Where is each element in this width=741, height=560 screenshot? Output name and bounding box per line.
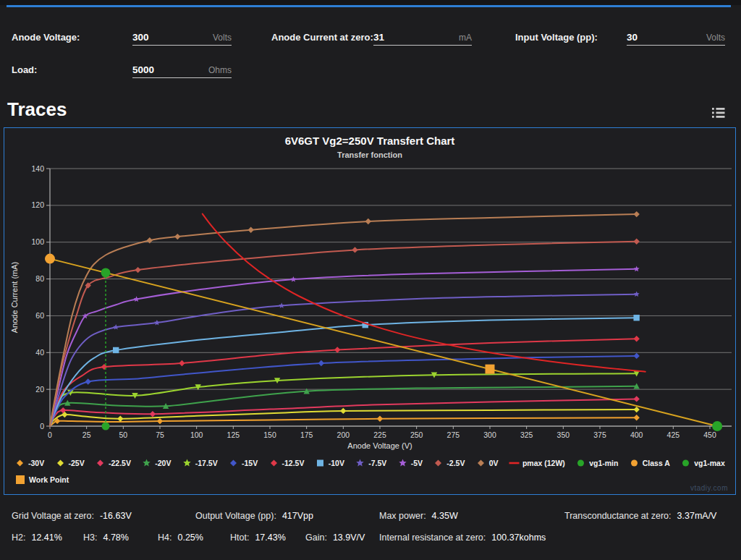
page-title: Traces — [7, 98, 67, 121]
legend-item-class-a[interactable]: Class A — [629, 459, 670, 467]
legend-item-work-point[interactable]: Work Point — [14, 475, 69, 485]
legend-marker — [629, 459, 640, 467]
load-unit: Ohms — [204, 65, 232, 75]
svg-text:400: 400 — [630, 430, 643, 439]
legend-item--30v[interactable]: -30V — [14, 459, 44, 467]
legend-label: -30V — [28, 459, 44, 467]
legend-marker — [141, 459, 152, 467]
legend-item--7-5v[interactable]: -7.5V — [355, 459, 386, 467]
legend-marker — [433, 459, 444, 467]
svg-text:450: 450 — [703, 430, 716, 439]
anode-current-fieldbox: mA — [373, 29, 472, 46]
anode-voltage-fieldbox: Volts — [132, 29, 232, 46]
chart-title: 6V6GT Vg2=250V Transfert Chart — [4, 135, 735, 147]
svg-text:150: 150 — [263, 430, 276, 439]
legend-label: -17.5V — [195, 459, 218, 467]
legend-label: Class A — [643, 459, 670, 467]
svg-text:225: 225 — [373, 430, 386, 439]
legend-marker — [182, 459, 192, 467]
anode-voltage-label: Anode Voltage: — [12, 32, 80, 43]
vline-base-point[interactable] — [102, 423, 110, 430]
legend-item--22-5v[interactable]: -22.5V — [95, 459, 131, 467]
svg-text:100: 100 — [31, 237, 44, 246]
anode-current-input[interactable] — [373, 32, 454, 43]
svg-text:300: 300 — [483, 430, 496, 439]
legend-item-vg1-min[interactable]: vg1-min — [575, 459, 618, 467]
chart-subtitle: Transfer fonction — [4, 150, 735, 159]
legend-label: -10V — [329, 459, 344, 467]
svg-text:275: 275 — [447, 430, 460, 439]
legend-item--2-5v[interactable]: -2.5V — [433, 459, 465, 467]
legend-label: Work Point — [29, 475, 69, 484]
vg1-max-point[interactable] — [101, 268, 111, 277]
input-voltage-fieldbox: Volts — [627, 29, 725, 46]
svg-text:Anode Current (mA): Anode Current (mA) — [10, 262, 19, 333]
legend-item--25v[interactable]: -25V — [55, 459, 85, 467]
legend-item-pmax-12w-[interactable]: pmax (12W) — [509, 459, 565, 467]
svg-text:50: 50 — [119, 430, 127, 439]
class-a-point[interactable] — [45, 254, 55, 264]
legend-marker — [14, 459, 25, 467]
vg1-min-point[interactable] — [712, 421, 722, 431]
legend-item--15v[interactable]: -15V — [228, 459, 258, 467]
load-fieldbox: Ohms — [132, 61, 232, 78]
results-panel: Grid Voltage at zero:-16.63V Output Volt… — [0, 504, 741, 560]
legend-marker — [268, 459, 279, 467]
anode-current-unit: mA — [454, 33, 472, 43]
legend-label: -22.5V — [109, 459, 131, 467]
svg-text:125: 125 — [227, 430, 240, 439]
stat-internal-resistance: Internal resistance at zero:100.37kohms — [379, 533, 546, 543]
stat-h3: H3:4.78% — [83, 533, 129, 543]
legend-item--20v[interactable]: -20V — [141, 459, 171, 467]
input-voltage-input[interactable] — [627, 32, 702, 43]
chart-legend-row2: Work Point — [14, 475, 69, 485]
legend-marker — [228, 459, 239, 467]
anode-current-label: Anode Current at zero: — [271, 32, 373, 43]
svg-text:40: 40 — [35, 348, 44, 357]
svg-text:60: 60 — [35, 311, 44, 320]
trace-list-icon[interactable] — [712, 107, 725, 119]
legend-label: -7.5V — [368, 459, 386, 467]
load-input[interactable] — [132, 64, 204, 75]
stat-grid-voltage: Grid Voltage at zero:-16.63V — [12, 511, 132, 521]
svg-text:350: 350 — [557, 430, 570, 439]
legend-item--10v[interactable]: -10V — [315, 459, 344, 467]
svg-text:80: 80 — [35, 274, 44, 283]
svg-text:0: 0 — [48, 430, 52, 439]
watermark: vtadiy.com — [690, 484, 728, 492]
chart-legend-row1: -30V-25V-22.5V-20V-17.5V-15V-12.5V-10V-7… — [14, 459, 725, 467]
stat-htot: Htot:17.43% — [230, 533, 286, 543]
svg-text:200: 200 — [337, 430, 350, 439]
svg-text:20: 20 — [35, 385, 44, 394]
svg-text:325: 325 — [520, 430, 533, 439]
legend-label: -15V — [242, 459, 258, 467]
stat-transconductance: Transconductance at zero:3.37mA/V — [564, 511, 716, 521]
chart-canvas[interactable]: 0204060801001201400255075100125150175200… — [4, 163, 737, 451]
legend-marker — [355, 459, 365, 467]
svg-text:0: 0 — [40, 422, 44, 430]
legend-item--17-5v[interactable]: -17.5V — [182, 459, 218, 467]
legend-label: vg1-min — [589, 459, 618, 467]
legend-item-0v[interactable]: 0V — [475, 459, 499, 467]
legend-marker — [575, 459, 586, 467]
legend-label: 0V — [489, 459, 499, 467]
legend-label: -20V — [155, 459, 171, 467]
input-voltage-label: Input Voltage (pp): — [515, 32, 598, 43]
list-icon — [712, 107, 725, 119]
legend-marker — [680, 459, 691, 467]
legend-marker — [315, 459, 326, 467]
svg-text:120: 120 — [31, 200, 44, 209]
legend-item--12-5v[interactable]: -12.5V — [268, 459, 305, 467]
legend-item--5v[interactable]: -5V — [397, 459, 423, 467]
legend-label: pmax (12W) — [522, 459, 565, 467]
stat-max-power: Max power:4.35W — [379, 511, 458, 521]
legend-label: vg1-max — [694, 459, 725, 467]
work-point-point[interactable] — [486, 365, 495, 374]
svg-text:75: 75 — [156, 430, 164, 439]
legend-item-vg1-max[interactable]: vg1-max — [680, 459, 725, 467]
anode-voltage-input[interactable] — [132, 32, 208, 43]
legend-marker — [95, 459, 106, 467]
input-voltage-unit: Volts — [702, 33, 725, 43]
stat-gain: Gain:13.9V/V — [305, 533, 365, 543]
chart-container: 6V6GT Vg2=250V Transfert Chart Transfer … — [4, 127, 736, 495]
